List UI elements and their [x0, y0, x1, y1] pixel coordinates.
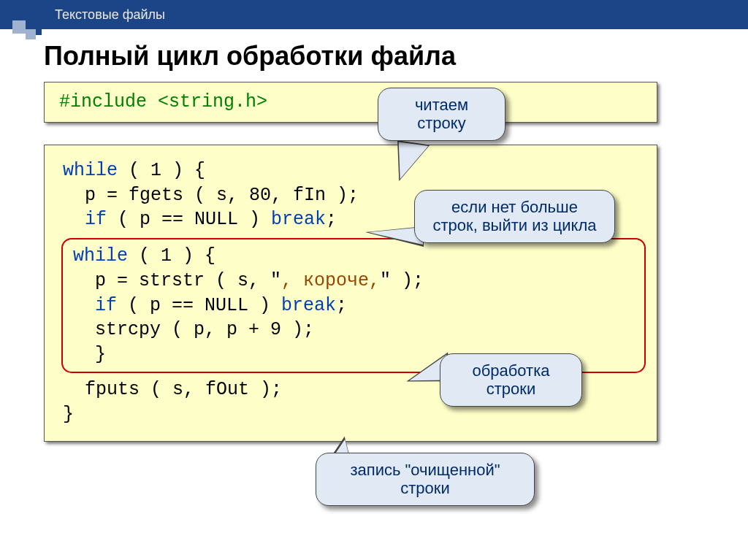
header-section-title: Текстовые файлы — [55, 7, 165, 23]
callout-tail-1 — [392, 140, 430, 185]
callout-write-cleaned: запись "очищенной" строки — [316, 453, 535, 506]
code-line-6: if ( p == NULL ) break; — [73, 294, 631, 318]
code-line-7: strcpy ( p, p + 9 ); — [73, 318, 631, 342]
code-line-5: p = strstr ( s, ", короче," ); — [73, 269, 631, 294]
code-include-line: #include <string.h> — [59, 91, 267, 112]
header-decoration — [0, 0, 51, 45]
callout-no-more-lines: если нет больше строк, выйти из цикла — [414, 190, 615, 243]
code-include-box: #include <string.h> — [44, 82, 657, 123]
callout-read-line: читаем строку — [378, 88, 505, 141]
header-bar: Текстовые файлы — [0, 0, 748, 29]
page-title: Полный цикл обработки файла — [44, 41, 748, 72]
callout-process-line: обработка строки — [440, 353, 582, 407]
code-line-4: while ( 1 ) { — [73, 244, 631, 269]
page-number: 23 — [716, 4, 733, 23]
code-line-1: while ( 1 ) { — [63, 158, 638, 183]
